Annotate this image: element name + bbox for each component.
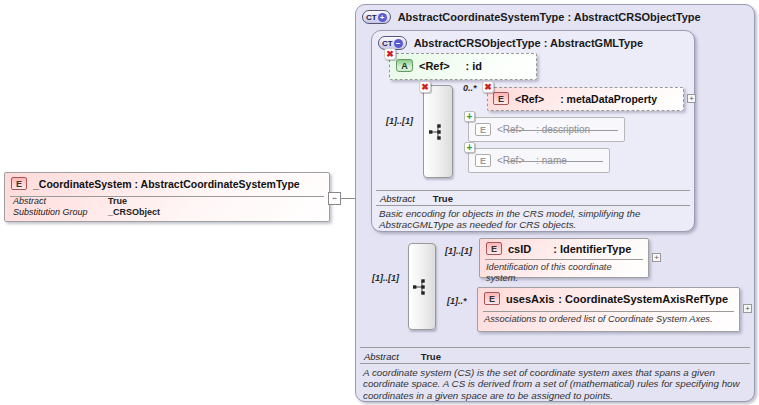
ct-badge-label: CT xyxy=(382,39,393,48)
multiplicity-label: 0..* xyxy=(463,83,477,93)
element-badge: E xyxy=(486,242,502,255)
element-metadataproperty[interactable]: ✖ E <Ref>: metaDataProperty xyxy=(487,87,684,111)
element-badge: E xyxy=(11,177,27,190)
attribute-name: : id xyxy=(466,60,483,72)
prohibited-icon: ✖ xyxy=(482,81,494,93)
property-row: Abstract True xyxy=(13,196,321,207)
element-badge: E xyxy=(475,154,491,167)
element-usesaxis[interactable]: E usesAxis: CoordinateSystemAxisRefType … xyxy=(477,287,740,332)
sequence-icon xyxy=(428,123,448,141)
strikethrough-line xyxy=(507,130,618,131)
complextype-title: AbstractCoordinateSystemType : AbstractC… xyxy=(398,11,701,23)
abstract-value: True xyxy=(421,351,441,362)
property-value: _CRSObject xyxy=(108,207,321,218)
divider xyxy=(360,363,750,364)
complextype-header: CT − AbstractCRSObjectType : AbstractGML… xyxy=(378,36,643,50)
add-icon: + xyxy=(464,111,475,122)
expand-icon: + xyxy=(378,13,387,22)
strikethrough-line xyxy=(507,161,603,162)
expand-button[interactable]: + xyxy=(743,304,752,313)
element-badge: E xyxy=(475,123,491,136)
abstract-label: Abstract xyxy=(364,351,399,362)
element-properties: Abstract True Substitution Group _CRSObj… xyxy=(5,194,329,220)
expand-button[interactable]: + xyxy=(652,253,661,262)
element-title: csID: IdentifierType xyxy=(508,243,631,255)
element-title: usesAxis: CoordinateSystemAxisRefType xyxy=(506,293,728,305)
element-name[interactable]: + E <Ref>: name xyxy=(468,148,610,173)
complextype-title: AbstractCRSObjectType : AbstractGMLType xyxy=(414,37,643,49)
divider xyxy=(360,347,750,348)
ct-badge-label: CT xyxy=(366,13,377,22)
schema-diagram: CT + AbstractCoordinateSystemType : Abst… xyxy=(0,0,759,405)
element-coordinatesystem[interactable]: E _CoordinateSystem : AbstractCoordinate… xyxy=(4,172,330,222)
property-row: Substitution Group _CRSObject xyxy=(13,207,321,218)
element-csid[interactable]: E csID: IdentifierType Identification of… xyxy=(479,238,649,278)
complextype-collapse-toggle-icon[interactable]: CT + xyxy=(362,10,391,24)
multiplicity-label: [1]..* xyxy=(447,296,467,306)
divider xyxy=(376,205,690,206)
sequence-compositor[interactable] xyxy=(408,243,436,330)
element-title: <Ref>: metaDataProperty xyxy=(515,93,657,105)
element-annotation: Associations to ordered list of Coordina… xyxy=(484,314,735,325)
divider xyxy=(10,196,324,197)
sequence-icon xyxy=(412,278,432,296)
element-annotation: Identification of this coordinate system… xyxy=(486,262,644,284)
property-label: Substitution Group xyxy=(13,207,108,218)
multiplicity-label: [1]..[1] xyxy=(445,246,472,256)
element-title: _CoordinateSystem : AbstractCoordinateSy… xyxy=(33,178,300,190)
multiplicity-label: [1]..[1] xyxy=(386,116,413,126)
collapse-icon: − xyxy=(394,39,403,48)
attribute-ref: <Ref>: id xyxy=(419,60,482,72)
abstract-value: True xyxy=(433,193,453,204)
divider xyxy=(485,259,643,260)
divider xyxy=(376,190,690,191)
divider xyxy=(483,311,734,312)
property-value: True xyxy=(108,196,321,207)
abstract-label: Abstract xyxy=(380,193,415,204)
expand-button[interactable]: + xyxy=(687,94,696,103)
element-description[interactable]: + E <Ref>: description xyxy=(468,117,625,142)
element-badge: E xyxy=(493,92,509,105)
property-label: Abstract xyxy=(13,196,108,207)
abstract-row: Abstract True xyxy=(364,351,441,362)
complextype-header: CT + AbstractCoordinateSystemType : Abst… xyxy=(362,10,701,24)
attribute-id[interactable]: ✖ A <Ref>: id xyxy=(389,53,537,80)
attribute-badge: A xyxy=(396,59,413,72)
complextype-annotation: Basic encoding for objects in the CRS mo… xyxy=(379,208,664,231)
complextype-annotation: A coordinate system (CS) is the set of c… xyxy=(363,367,746,401)
abstract-row: Abstract True xyxy=(380,193,453,204)
prohibited-icon: ✖ xyxy=(419,81,431,93)
multiplicity-label: [1]..[1] xyxy=(372,273,399,283)
add-icon: + xyxy=(464,142,475,153)
element-badge: E xyxy=(484,292,500,305)
prohibited-icon: ✖ xyxy=(384,48,396,60)
collapse-button[interactable]: − xyxy=(328,192,341,205)
sequence-compositor[interactable]: ✖ xyxy=(423,85,453,178)
